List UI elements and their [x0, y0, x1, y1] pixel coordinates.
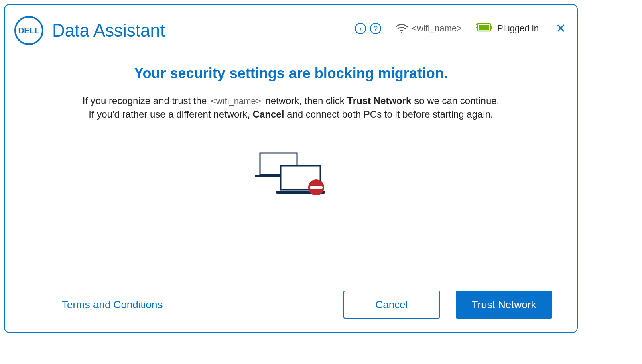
- app-title: Data Assistant: [52, 20, 165, 41]
- header-icon-group: › ?: [355, 23, 381, 34]
- body-line-2: If you'd rather use a different network,…: [41, 108, 541, 121]
- page-heading: Your security settings are blocking migr…: [41, 65, 541, 82]
- wifi-icon: [396, 24, 408, 33]
- dell-logo-text: DELL: [18, 26, 40, 35]
- svg-point-0: [401, 32, 402, 33]
- close-icon[interactable]: ✕: [553, 21, 568, 36]
- wifi-placeholder: <wifi_name>: [209, 96, 263, 106]
- power-status: Plugged in: [476, 22, 539, 35]
- header-right: › ? <wifi_name>: [355, 21, 568, 36]
- dell-logo-icon: DELL: [14, 16, 43, 45]
- logo-group: DELL Data Assistant: [14, 16, 165, 45]
- battery-icon: [476, 22, 493, 35]
- trust-network-bold: Trust Network: [347, 95, 411, 106]
- cancel-button[interactable]: Cancel: [343, 291, 440, 319]
- header: DELL Data Assistant › ?: [5, 5, 577, 49]
- main-content: Your security settings are blocking migr…: [5, 49, 577, 201]
- page-body: If you recognize and trust the <wifi_nam…: [41, 94, 541, 121]
- power-status-label: Plugged in: [497, 23, 539, 34]
- wifi-name-label: <wifi_name>: [412, 23, 462, 34]
- svg-rect-2: [491, 26, 492, 29]
- svg-rect-9: [310, 186, 323, 189]
- trust-network-button[interactable]: Trust Network: [456, 291, 552, 319]
- wifi-status: <wifi_name>: [396, 23, 462, 34]
- footer: Terms and Conditions Cancel Trust Networ…: [5, 291, 577, 319]
- terms-link[interactable]: Terms and Conditions: [30, 299, 163, 311]
- migration-blocked-illustration: [41, 149, 541, 201]
- help-icon[interactable]: ?: [370, 23, 381, 34]
- svg-rect-3: [479, 25, 489, 30]
- cancel-bold: Cancel: [253, 109, 284, 120]
- body-line-1: If you recognize and trust the <wifi_nam…: [41, 94, 541, 108]
- button-row: Cancel Trust Network: [343, 291, 552, 319]
- next-icon[interactable]: ›: [355, 23, 366, 34]
- app-window: DELL Data Assistant › ?: [4, 4, 578, 333]
